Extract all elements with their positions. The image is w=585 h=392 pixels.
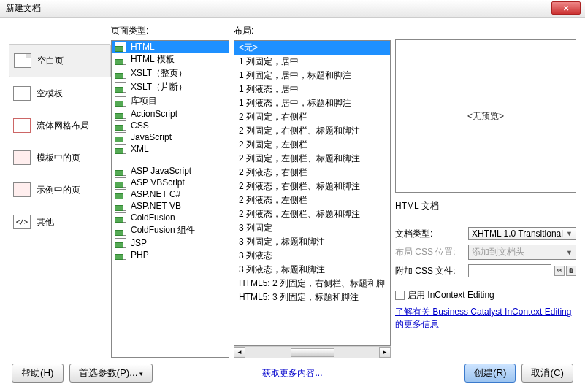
file-type-icon	[115, 201, 126, 211]
sidebar-item-page-in-sample[interactable]: 示例中的页	[9, 174, 111, 206]
page-in-template-icon	[13, 150, 31, 165]
page-type-item[interactable]: JavaScript	[112, 131, 229, 143]
page-type-item[interactable]: XML	[112, 143, 229, 155]
sidebar-item-other[interactable]: </> 其他	[9, 206, 111, 238]
page-type-item[interactable]: ASP VBScript	[112, 177, 229, 188]
file-type-icon	[115, 42, 126, 52]
sidebar: 空白页 空模板 流体网格布局 模板中的页 示例中的页 </> 其他	[9, 25, 111, 358]
attach-css-row: 附加 CSS 文件: ⚯ 🗑	[395, 264, 576, 277]
page-type-label: ColdFusion 组件	[131, 224, 195, 237]
layout-item[interactable]: 1 列固定，居中，标题和脚注	[234, 69, 390, 82]
page-type-label: XSLT（片断）	[131, 81, 187, 93]
sidebar-item-label: 模板中的页	[37, 152, 80, 164]
close-button[interactable]: ✕	[551, 1, 581, 15]
page-type-label: HTML 模板	[131, 53, 175, 66]
page-type-item[interactable]: ColdFusion	[112, 212, 229, 223]
incontext-checkbox[interactable]	[395, 291, 405, 300]
page-type-item[interactable]: XSLT（片断）	[112, 80, 229, 94]
footer: 帮助(H) 首选参数(P)... 获取更多内容... 创建(R) 取消(C)	[0, 361, 585, 385]
page-type-label: JSP	[131, 238, 147, 248]
attach-css-icons: ⚯ 🗑	[554, 266, 576, 276]
preview-box: <无预览>	[395, 39, 576, 193]
blank-template-icon	[13, 86, 31, 101]
incontext-label: 启用 InContext Editing	[408, 289, 494, 301]
preferences-button[interactable]: 首选参数(P)...	[69, 364, 153, 383]
page-type-header: 页面类型:	[111, 25, 229, 40]
scroll-right-icon[interactable]: ►	[379, 347, 391, 358]
layout-item[interactable]: 1 列液态，居中，标题和脚注	[234, 96, 390, 110]
page-type-item[interactable]: ASP.NET C#	[112, 188, 229, 200]
layout-item[interactable]: 3 列固定，标题和脚注	[234, 235, 390, 249]
layout-scrollbar-horizontal[interactable]: ◄ ►	[234, 346, 391, 358]
page-type-item[interactable]: JSP	[112, 237, 229, 249]
help-button[interactable]: 帮助(H)	[12, 364, 64, 383]
layout-item[interactable]: 3 列液态	[234, 249, 390, 263]
file-type-icon	[115, 166, 126, 176]
layout-item[interactable]: 3 列液态，标题和脚注	[234, 263, 390, 277]
page-in-sample-icon	[13, 182, 31, 197]
layout-item[interactable]: 2 列固定，右侧栏、标题和脚注	[234, 124, 390, 138]
layout-item[interactable]: <无>	[234, 41, 390, 55]
doctype-label: 文档类型:	[395, 228, 468, 240]
page-type-item[interactable]: ASP.NET VB	[112, 200, 229, 212]
page-type-item[interactable]: PHP	[112, 249, 229, 261]
file-type-icon	[115, 212, 126, 223]
page-type-label: ASP.NET C#	[131, 189, 180, 199]
scroll-left-icon[interactable]: ◄	[234, 347, 245, 358]
page-type-list[interactable]: HTMLHTML 模板XSLT（整页）XSLT（片断）库项目ActionScri…	[111, 40, 229, 358]
get-more-link[interactable]: 获取更多内容...	[262, 367, 322, 380]
layout-item[interactable]: 2 列液态，左侧栏	[234, 193, 390, 207]
file-type-icon	[115, 189, 126, 199]
page-type-item[interactable]: HTML	[112, 41, 229, 53]
sidebar-item-blank-template[interactable]: 空模板	[9, 77, 111, 109]
page-type-item[interactable]: 库项目	[112, 94, 229, 108]
page-type-item[interactable]: ActionScript	[112, 108, 229, 120]
create-button[interactable]: 创建(R)	[464, 364, 516, 383]
link-icon[interactable]: ⚯	[554, 266, 565, 276]
incontext-row: 启用 InContext Editing	[395, 289, 576, 301]
layout-item[interactable]: 1 列液态，居中	[234, 82, 390, 96]
layout-item[interactable]: 2 列固定，左侧栏	[234, 138, 390, 152]
file-type-icon	[115, 238, 126, 248]
chevron-down-icon: ▼	[566, 230, 573, 237]
page-type-item[interactable]: ColdFusion 组件	[112, 223, 229, 237]
layout-item[interactable]: HTML5: 3 列固定，标题和脚注	[234, 291, 390, 304]
page-type-column: 页面类型: HTMLHTML 模板XSLT（整页）XSLT（片断）库项目Acti…	[111, 25, 229, 358]
file-type-icon	[115, 250, 126, 260]
preview-empty-text: <无预览>	[467, 110, 504, 123]
layout-item[interactable]: 2 列液态，左侧栏、标题和脚注	[234, 207, 390, 221]
sidebar-item-blank-page[interactable]: 空白页	[9, 44, 111, 77]
sidebar-item-page-in-template[interactable]: 模板中的页	[9, 142, 111, 174]
file-type-icon	[115, 96, 126, 107]
page-type-label: HTML	[131, 42, 155, 52]
layout-column: 布局: <无>1 列固定，居中1 列固定，居中，标题和脚注1 列液态，居中1 列…	[234, 25, 391, 358]
page-type-item[interactable]: ASP JavaScript	[112, 165, 229, 177]
csspos-row: 布局 CSS 位置: 添加到文档头 ▼	[395, 245, 576, 260]
attach-css-label: 附加 CSS 文件:	[395, 265, 468, 277]
layout-item[interactable]: 2 列液态，右侧栏、标题和脚注	[234, 180, 390, 193]
layout-item[interactable]: 2 列固定，右侧栏	[234, 110, 390, 124]
file-type-icon	[115, 55, 126, 65]
incontext-link[interactable]: 了解有关 Business Catalyst InContext Editing…	[395, 306, 576, 331]
layout-item[interactable]: 2 列固定，左侧栏、标题和脚注	[234, 152, 390, 166]
attach-css-input[interactable]	[468, 264, 551, 277]
trash-icon[interactable]: 🗑	[566, 266, 576, 276]
file-type-icon	[115, 69, 126, 79]
scroll-thumb[interactable]	[291, 348, 334, 357]
sidebar-item-label: 流体网格布局	[37, 120, 89, 132]
layout-item[interactable]: 2 列液态，右侧栏	[234, 166, 390, 180]
layout-item[interactable]: 3 列固定	[234, 221, 390, 235]
cancel-button[interactable]: 取消(C)	[521, 364, 573, 383]
file-type-icon	[115, 144, 126, 154]
layout-item[interactable]: 1 列固定，居中	[234, 55, 390, 69]
layout-item[interactable]: HTML5: 2 列固定，右侧栏、标题和脚	[234, 277, 390, 291]
page-type-item[interactable]: XSLT（整页）	[112, 66, 229, 80]
doctype-select[interactable]: XHTML 1.0 Transitional ▼	[468, 227, 576, 240]
file-type-icon	[115, 82, 126, 93]
fluid-grid-icon	[13, 118, 31, 133]
page-type-item[interactable]: CSS	[112, 120, 229, 131]
page-type-label: ASP.NET VB	[131, 201, 181, 211]
sidebar-item-fluid-grid[interactable]: 流体网格布局	[9, 109, 111, 142]
page-type-item[interactable]: HTML 模板	[112, 53, 229, 66]
layout-list[interactable]: <无>1 列固定，居中1 列固定，居中，标题和脚注1 列液态，居中1 列液态，居…	[234, 40, 391, 346]
